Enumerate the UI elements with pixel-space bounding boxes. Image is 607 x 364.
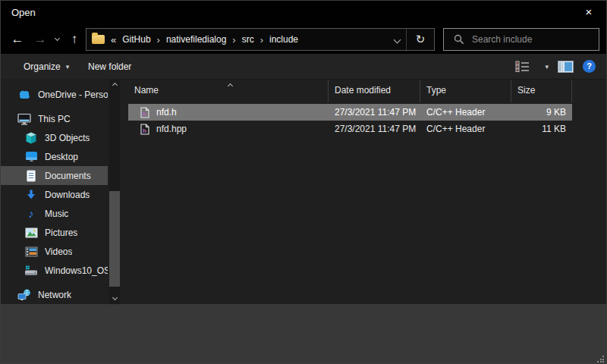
sidebar-item-3d-objects[interactable]: 3D Objects: [1, 128, 108, 147]
column-header-name[interactable]: Name: [122, 80, 329, 102]
column-header-type[interactable]: Type: [420, 80, 511, 102]
navigation-sidebar: OneDrive - Persor This PC: [1, 79, 122, 304]
sidebar-item-label: Downloads: [45, 190, 90, 200]
back-button[interactable]: ←: [7, 28, 28, 51]
search-placeholder: Search include: [472, 34, 532, 45]
folder-icon: [92, 35, 105, 44]
column-header-size[interactable]: Size: [511, 80, 572, 102]
column-headers: Name Date modified Type Size: [122, 79, 606, 102]
search-icon: [454, 34, 464, 45]
sidebar-item-label: 3D Objects: [45, 133, 90, 143]
scroll-up-button[interactable]: [109, 79, 120, 89]
close-icon: ×: [586, 5, 593, 18]
sidebar-item-desktop[interactable]: Desktop: [1, 147, 108, 166]
chevron-down-icon: [54, 36, 59, 41]
details-view-icon[interactable]: [515, 61, 530, 72]
sidebar-item-label: Pictures: [45, 228, 77, 238]
breadcrumb-item-include[interactable]: include: [263, 34, 304, 45]
up-icon: ↑: [71, 32, 78, 47]
new-folder-button[interactable]: New folder: [88, 54, 131, 79]
column-label: Type: [426, 85, 446, 96]
scrollbar-thumb[interactable]: [109, 191, 120, 287]
sidebar-item-network[interactable]: Network: [1, 285, 108, 304]
views-dropdown-button[interactable]: ▾: [545, 63, 549, 71]
sidebar-item-videos[interactable]: Videos: [1, 242, 108, 261]
scroll-down-button[interactable]: [109, 293, 120, 304]
column-label: Name: [134, 85, 159, 96]
sidebar-item-label: Documents: [45, 171, 91, 181]
breadcrumb-item-nativefiledialog[interactable]: nativefiledialog: [160, 34, 232, 45]
sidebar-item-label: Desktop: [45, 152, 78, 162]
titlebar[interactable]: Open ×: [1, 1, 606, 25]
file-row-nfd-h[interactable]: h nfd.h 27/3/2021 11:47 PM C/C++ Header …: [128, 104, 572, 121]
film-icon: [24, 245, 38, 258]
sidebar-item-music[interactable]: ♪ Music: [1, 204, 108, 223]
file-name: nfd.h: [156, 107, 329, 118]
sidebar-item-onedrive[interactable]: OneDrive - Persor: [1, 85, 108, 104]
refresh-icon: ↻: [416, 33, 426, 46]
sidebar-item-documents[interactable]: Documents: [1, 166, 108, 185]
up-button[interactable]: ↑: [64, 28, 84, 51]
download-arrow-icon: [24, 188, 38, 201]
column-header-date-modified[interactable]: Date modified: [329, 80, 420, 102]
chevron-down-icon: [393, 36, 401, 44]
sidebar-item-this-pc[interactable]: This PC: [1, 109, 108, 128]
forward-button[interactable]: →: [30, 28, 51, 51]
refresh-button[interactable]: ↻: [407, 33, 434, 46]
navigation-bar: ← → ↑ « GitHub › nativefiledialog › src …: [1, 25, 606, 54]
svg-text:h: h: [143, 111, 146, 118]
new-folder-label: New folder: [88, 61, 131, 72]
document-icon: [24, 169, 38, 182]
dialog-footer: File name: nfd.h Headers (*.h;*.hpp) Ope…: [1, 304, 606, 364]
dialog-content: OneDrive - Persor This PC: [1, 79, 606, 304]
column-label: Size: [517, 85, 535, 96]
help-button[interactable]: ?: [583, 60, 596, 73]
sidebar-item-label: OneDrive - Persor: [38, 89, 108, 100]
dialog-title: Open: [11, 1, 36, 25]
sidebar-item-label: Windows10_OS (: [45, 265, 108, 276]
resize-grip-icon[interactable]: [597, 356, 604, 362]
picture-icon: [24, 226, 38, 239]
file-date: 27/3/2021 11:47 PM: [329, 107, 420, 118]
breadcrumb-item-github[interactable]: GitHub: [116, 34, 156, 45]
sidebar-item-label: Network: [38, 290, 71, 300]
computer-icon: [17, 112, 31, 125]
drive-icon: [24, 264, 38, 277]
command-toolbar: Organize ▾ New folder ▾: [1, 54, 606, 79]
chevron-down-icon: ▾: [66, 63, 70, 71]
file-type: C/C++ Header: [420, 107, 511, 118]
chevron-up-icon: [112, 83, 117, 88]
onedrive-cloud-icon: [17, 88, 31, 101]
sidebar-item-label: Videos: [45, 246, 72, 257]
search-input[interactable]: Search include: [443, 28, 599, 51]
address-dropdown-button[interactable]: [388, 34, 406, 45]
organize-label: Organize: [24, 61, 61, 72]
breadcrumb-overflow-icon[interactable]: «: [111, 34, 116, 46]
file-type: C/C++ Header: [420, 124, 511, 134]
sidebar-item-windows10-os[interactable]: Windows10_OS (: [1, 261, 108, 280]
view-controls: ▾ ?: [515, 54, 596, 79]
file-size: 11 KB: [511, 124, 572, 134]
desktop-icon: [24, 150, 38, 163]
forward-icon: →: [34, 32, 47, 47]
file-row-nfd-hpp[interactable]: h nfd.hpp 27/3/2021 11:47 PM C/C++ Heade…: [128, 121, 572, 137]
close-button[interactable]: ×: [571, 1, 606, 25]
network-icon: [17, 288, 31, 301]
breadcrumb[interactable]: « GitHub › nativefiledialog › src › incl…: [86, 28, 435, 51]
file-list: Name Date modified Type Size h nfd.h 27: [122, 79, 606, 304]
recent-locations-button[interactable]: [51, 28, 63, 51]
column-label: Date modified: [335, 85, 391, 96]
svg-text:h: h: [143, 127, 146, 134]
help-icon: ?: [587, 61, 592, 71]
cube-icon: [24, 131, 38, 144]
file-rows: h nfd.h 27/3/2021 11:47 PM C/C++ Header …: [122, 104, 606, 137]
sidebar-item-label: Music: [45, 209, 68, 219]
sidebar-item-downloads[interactable]: Downloads: [1, 185, 108, 204]
sidebar-item-pictures[interactable]: Pictures: [1, 223, 108, 242]
organize-button[interactable]: Organize ▾: [24, 54, 69, 79]
header-file-icon: h: [140, 107, 149, 118]
breadcrumb-item-src[interactable]: src: [236, 34, 260, 45]
sidebar-scrollbar[interactable]: [109, 79, 120, 304]
music-note-icon: ♪: [24, 207, 38, 220]
preview-pane-icon[interactable]: [558, 61, 574, 73]
